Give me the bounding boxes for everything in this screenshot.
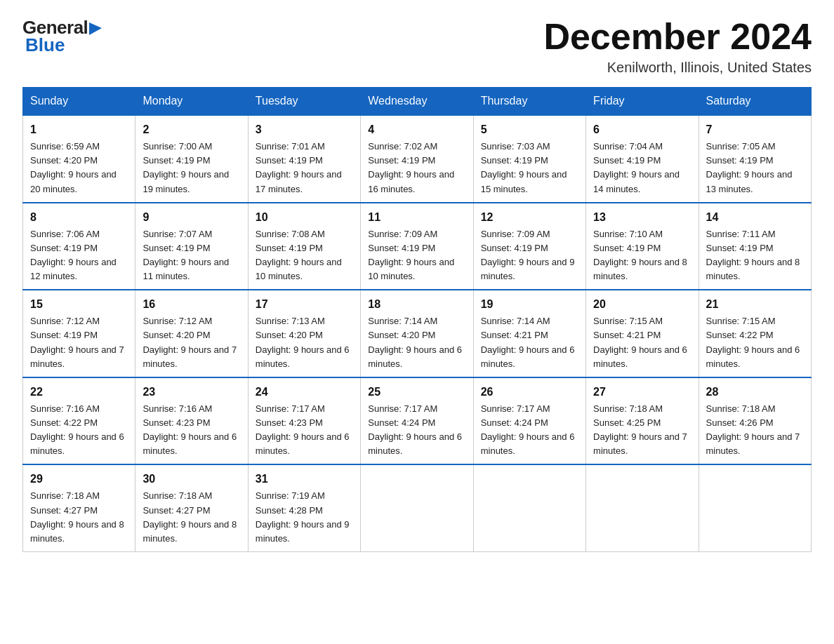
day-number: 19 xyxy=(481,296,578,313)
calendar-week-row: 22Sunrise: 7:16 AMSunset: 4:22 PMDayligh… xyxy=(23,377,812,465)
day-number: 15 xyxy=(30,296,128,313)
calendar-cell: 6Sunrise: 7:04 AMSunset: 4:19 PMDaylight… xyxy=(586,115,699,203)
col-header-friday: Friday xyxy=(586,88,699,116)
day-number: 31 xyxy=(256,471,353,488)
col-header-monday: Monday xyxy=(135,88,248,116)
calendar-cell xyxy=(586,464,699,551)
calendar-cell: 1Sunrise: 6:59 AMSunset: 4:20 PMDaylight… xyxy=(23,115,135,203)
day-info: Sunrise: 7:18 AMSunset: 4:26 PMDaylight:… xyxy=(706,402,804,459)
calendar-week-row: 15Sunrise: 7:12 AMSunset: 4:19 PMDayligh… xyxy=(23,290,812,377)
day-info: Sunrise: 7:16 AMSunset: 4:23 PMDaylight:… xyxy=(143,402,240,459)
calendar-cell: 24Sunrise: 7:17 AMSunset: 4:23 PMDayligh… xyxy=(248,377,360,465)
calendar-cell: 31Sunrise: 7:19 AMSunset: 4:28 PMDayligh… xyxy=(248,464,360,551)
day-number: 7 xyxy=(706,121,804,138)
day-number: 16 xyxy=(143,296,240,313)
calendar-cell: 12Sunrise: 7:09 AMSunset: 4:19 PMDayligh… xyxy=(473,203,585,290)
calendar-cell xyxy=(473,464,585,551)
day-info: Sunrise: 7:07 AMSunset: 4:19 PMDaylight:… xyxy=(143,227,240,284)
day-info: Sunrise: 7:15 AMSunset: 4:21 PMDaylight:… xyxy=(593,314,691,371)
day-number: 27 xyxy=(593,384,691,401)
col-header-sunday: Sunday xyxy=(23,88,135,116)
calendar-cell: 8Sunrise: 7:06 AMSunset: 4:19 PMDaylight… xyxy=(23,203,135,290)
location-title: Kenilworth, Illinois, United States xyxy=(543,60,812,76)
day-info: Sunrise: 7:13 AMSunset: 4:20 PMDaylight:… xyxy=(256,314,353,371)
calendar-cell: 29Sunrise: 7:18 AMSunset: 4:27 PMDayligh… xyxy=(23,464,135,551)
calendar-cell: 21Sunrise: 7:15 AMSunset: 4:22 PMDayligh… xyxy=(699,290,811,377)
day-number: 17 xyxy=(256,296,353,313)
day-number: 18 xyxy=(368,296,465,313)
day-number: 26 xyxy=(481,384,578,401)
calendar-table: SundayMondayTuesdayWednesdayThursdayFrid… xyxy=(22,87,812,552)
day-info: Sunrise: 7:12 AMSunset: 4:19 PMDaylight:… xyxy=(30,314,128,371)
logo: General Blue xyxy=(22,17,102,56)
day-number: 14 xyxy=(706,209,804,226)
day-number: 23 xyxy=(143,384,240,401)
col-header-saturday: Saturday xyxy=(699,88,811,116)
day-info: Sunrise: 7:17 AMSunset: 4:24 PMDaylight:… xyxy=(368,402,465,459)
day-number: 9 xyxy=(143,209,240,226)
calendar-week-row: 8Sunrise: 7:06 AMSunset: 4:19 PMDaylight… xyxy=(23,203,812,290)
day-number: 29 xyxy=(30,471,128,488)
day-number: 5 xyxy=(481,121,578,138)
day-info: Sunrise: 7:00 AMSunset: 4:19 PMDaylight:… xyxy=(143,140,240,196)
day-number: 30 xyxy=(143,471,240,488)
calendar-cell: 26Sunrise: 7:17 AMSunset: 4:24 PMDayligh… xyxy=(473,377,585,465)
day-info: Sunrise: 7:02 AMSunset: 4:19 PMDaylight:… xyxy=(368,140,465,196)
calendar-cell: 30Sunrise: 7:18 AMSunset: 4:27 PMDayligh… xyxy=(135,464,248,551)
day-info: Sunrise: 6:59 AMSunset: 4:20 PMDaylight:… xyxy=(30,140,128,196)
day-info: Sunrise: 7:10 AMSunset: 4:19 PMDaylight:… xyxy=(593,227,691,284)
calendar-cell: 10Sunrise: 7:08 AMSunset: 4:19 PMDayligh… xyxy=(248,203,360,290)
day-info: Sunrise: 7:18 AMSunset: 4:27 PMDaylight:… xyxy=(143,489,240,546)
day-info: Sunrise: 7:12 AMSunset: 4:20 PMDaylight:… xyxy=(143,314,240,371)
calendar-cell: 2Sunrise: 7:00 AMSunset: 4:19 PMDaylight… xyxy=(135,115,248,203)
day-info: Sunrise: 7:16 AMSunset: 4:22 PMDaylight:… xyxy=(30,402,128,459)
day-info: Sunrise: 7:03 AMSunset: 4:19 PMDaylight:… xyxy=(481,140,578,196)
title-area: December 2024 Kenilworth, Illinois, Unit… xyxy=(543,17,812,76)
calendar-cell: 14Sunrise: 7:11 AMSunset: 4:19 PMDayligh… xyxy=(699,203,811,290)
day-info: Sunrise: 7:01 AMSunset: 4:19 PMDaylight:… xyxy=(256,140,353,196)
day-info: Sunrise: 7:09 AMSunset: 4:19 PMDaylight:… xyxy=(368,227,465,284)
calendar-cell: 22Sunrise: 7:16 AMSunset: 4:22 PMDayligh… xyxy=(23,377,135,465)
calendar-cell: 13Sunrise: 7:10 AMSunset: 4:19 PMDayligh… xyxy=(586,203,699,290)
logo-blue-text: Blue xyxy=(25,34,65,55)
calendar-cell: 7Sunrise: 7:05 AMSunset: 4:19 PMDaylight… xyxy=(699,115,811,203)
calendar-cell: 16Sunrise: 7:12 AMSunset: 4:20 PMDayligh… xyxy=(135,290,248,377)
day-info: Sunrise: 7:05 AMSunset: 4:19 PMDaylight:… xyxy=(706,140,804,196)
day-info: Sunrise: 7:17 AMSunset: 4:23 PMDaylight:… xyxy=(256,402,353,459)
page-header: General Blue December 2024 Kenilworth, I… xyxy=(22,17,812,76)
day-info: Sunrise: 7:17 AMSunset: 4:24 PMDaylight:… xyxy=(481,402,578,459)
day-number: 24 xyxy=(256,384,353,401)
calendar-cell: 11Sunrise: 7:09 AMSunset: 4:19 PMDayligh… xyxy=(361,203,473,290)
day-number: 11 xyxy=(368,209,465,226)
day-number: 2 xyxy=(143,121,240,138)
day-info: Sunrise: 7:15 AMSunset: 4:22 PMDaylight:… xyxy=(706,314,804,371)
day-number: 8 xyxy=(30,209,128,226)
day-number: 6 xyxy=(593,121,691,138)
day-number: 22 xyxy=(30,384,128,401)
calendar-week-row: 1Sunrise: 6:59 AMSunset: 4:20 PMDaylight… xyxy=(23,115,812,203)
calendar-cell xyxy=(361,464,473,551)
logo-triangle-icon xyxy=(89,21,102,35)
day-number: 3 xyxy=(256,121,353,138)
day-info: Sunrise: 7:06 AMSunset: 4:19 PMDaylight:… xyxy=(30,227,128,284)
day-number: 12 xyxy=(481,209,578,226)
calendar-cell: 5Sunrise: 7:03 AMSunset: 4:19 PMDaylight… xyxy=(473,115,585,203)
day-info: Sunrise: 7:18 AMSunset: 4:27 PMDaylight:… xyxy=(30,489,128,546)
calendar-cell: 17Sunrise: 7:13 AMSunset: 4:20 PMDayligh… xyxy=(248,290,360,377)
col-header-tuesday: Tuesday xyxy=(248,88,360,116)
calendar-cell: 23Sunrise: 7:16 AMSunset: 4:23 PMDayligh… xyxy=(135,377,248,465)
day-number: 4 xyxy=(368,121,465,138)
day-info: Sunrise: 7:04 AMSunset: 4:19 PMDaylight:… xyxy=(593,140,691,196)
calendar-cell: 20Sunrise: 7:15 AMSunset: 4:21 PMDayligh… xyxy=(586,290,699,377)
col-header-wednesday: Wednesday xyxy=(361,88,473,116)
day-info: Sunrise: 7:19 AMSunset: 4:28 PMDaylight:… xyxy=(256,489,353,546)
day-info: Sunrise: 7:18 AMSunset: 4:25 PMDaylight:… xyxy=(593,402,691,459)
day-info: Sunrise: 7:08 AMSunset: 4:19 PMDaylight:… xyxy=(256,227,353,284)
calendar-cell: 3Sunrise: 7:01 AMSunset: 4:19 PMDaylight… xyxy=(248,115,360,203)
calendar-cell: 28Sunrise: 7:18 AMSunset: 4:26 PMDayligh… xyxy=(699,377,811,465)
day-number: 25 xyxy=(368,384,465,401)
day-info: Sunrise: 7:11 AMSunset: 4:19 PMDaylight:… xyxy=(706,227,804,284)
day-number: 21 xyxy=(706,296,804,313)
day-number: 1 xyxy=(30,121,128,138)
calendar-cell xyxy=(699,464,811,551)
